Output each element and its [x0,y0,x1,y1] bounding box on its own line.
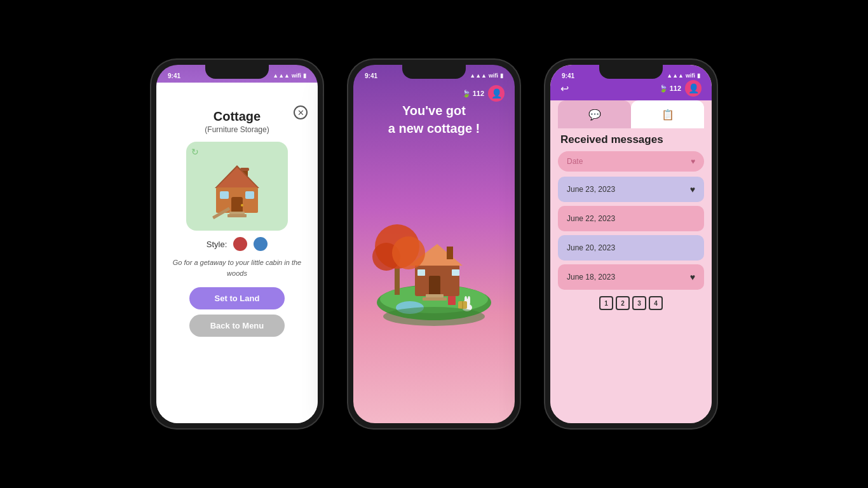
notch-2 [402,65,466,79]
phone-1: 9:41 ▲▲▲ wifi ▮ ✕ Cottage (Furniture Sto… [151,60,323,428]
signal-icon: ▲▲▲ [273,72,290,79]
signal-icon-3: ▲▲▲ [667,72,684,79]
svg-point-6 [241,204,243,207]
filter-date-label: Date [567,157,583,166]
msg-date-4: June 18, 2023 [567,273,615,281]
wifi-icon-3: wifi [686,72,695,79]
message-list: June 23, 2023 ♥ June 22, 2023 June 20, 2… [558,177,704,290]
page-2-button[interactable]: 2 [616,296,630,310]
svg-rect-10 [227,214,247,217]
svg-rect-20 [452,269,459,276]
battery-icon-3: ▮ [697,72,700,79]
color-dot-red[interactable] [233,237,247,251]
filter-row: Date ♥ [558,151,704,172]
message-row-1[interactable]: June 23, 2023 ♥ [558,177,704,202]
svg-rect-33 [448,296,456,305]
msg-date-3: June 20, 2023 [567,243,615,252]
message-row-4[interactable]: June 18, 2023 ♥ [558,264,704,290]
chat-icon: 💬 [588,109,601,121]
status-icons-1: ▲▲▲ wifi ▮ [273,72,306,79]
phone2-content: You've gota new cottage ! [353,83,515,423]
tab-book[interactable]: 📋 [631,100,704,128]
cottage-description: Go for a getaway to your little cabin in… [169,257,305,278]
tabs-row: 💬 📋 [558,100,704,128]
phone-2: 9:41 ▲▲▲ wifi ▮ 🍃 112 👤 You've gota new … [348,60,520,428]
back-to-menu-button[interactable]: Back to Menu [189,315,285,337]
cottage-title: Cottage [214,109,261,124]
cottage-subtitle: (Furniture Storage) [205,125,269,134]
svg-rect-21 [426,294,444,297]
color-dot-blue[interactable] [254,237,268,251]
close-button[interactable]: ✕ [294,105,308,119]
signal-icon-2: ▲▲▲ [470,72,487,79]
book-icon: 📋 [661,109,674,121]
top-bar-phone2: 🍃 112 👤 [462,85,505,102]
time-3: 9:41 [562,72,574,79]
svg-rect-17 [447,247,453,259]
pagination: 1 2 3 4 [599,296,663,310]
notch-3 [599,65,663,79]
style-row: Style: [207,237,268,251]
leaf-icon-3: 🍃 [659,85,668,93]
got-cottage-text: You've gota new cottage ! [388,102,480,137]
svg-rect-18 [429,276,440,296]
msg-date-2: June 22, 2023 [567,214,615,223]
received-messages-title: Received messages [558,133,663,146]
notch-1 [205,65,269,79]
battery-icon: ▮ [303,72,306,79]
page-4-button[interactable]: 4 [649,296,663,310]
heart-icon-1: ♥ [690,184,695,194]
time-2: 9:41 [365,72,377,79]
user-avatar-2[interactable]: 👤 [488,85,505,102]
status-icons-2: ▲▲▲ wifi ▮ [470,72,503,79]
filter-heart-icon: ♥ [691,157,695,166]
tab-chat[interactable]: 💬 [558,100,631,128]
time-1: 9:41 [168,72,180,79]
svg-rect-19 [417,269,425,276]
message-row-2[interactable]: June 22, 2023 [558,206,704,231]
svg-point-34 [383,307,485,326]
filter-bar[interactable]: Date ♥ [558,151,704,172]
page-1-button[interactable]: 1 [599,296,613,310]
style-label: Style: [207,240,227,249]
set-to-land-button[interactable]: Set to Land [189,287,285,309]
phone-3: 9:41 ▲▲▲ wifi ▮ ↩ 🍃 112 👤 💬 [545,60,717,428]
leaf-icon-2: 🍃 [462,90,471,98]
msg-date-1: June 23, 2023 [567,185,615,194]
back-arrow-button[interactable]: ↩ [560,83,569,95]
battery-icon-2: ▮ [500,72,503,79]
svg-rect-22 [423,297,447,301]
wifi-icon: wifi [292,72,301,79]
cottage-image-box: ↻ [186,142,288,231]
heart-icon-4: ♥ [690,272,695,282]
svg-rect-8 [245,191,254,199]
wifi-icon-2: wifi [489,72,498,79]
phone1-content: ✕ Cottage (Furniture Storage) ↻ [156,83,318,423]
cottage-image [202,151,272,221]
leaf-count-3: 🍃 112 [659,85,681,93]
svg-point-30 [468,296,470,302]
cottage-3d-scene [364,150,504,341]
svg-point-26 [392,236,425,269]
status-icons-3: ▲▲▲ wifi ▮ [667,72,700,79]
cottage-scene-svg [364,163,504,328]
phone3-content: 💬 📋 Received messages Date ♥ June 23, 20… [550,100,712,423]
svg-rect-7 [220,191,229,199]
refresh-icon[interactable]: ↻ [191,147,199,157]
leaf-count-2: 🍃 112 [462,90,484,98]
message-row-3[interactable]: June 20, 2023 [558,235,704,261]
page-3-button[interactable]: 3 [632,296,646,310]
svg-marker-3 [216,167,258,188]
